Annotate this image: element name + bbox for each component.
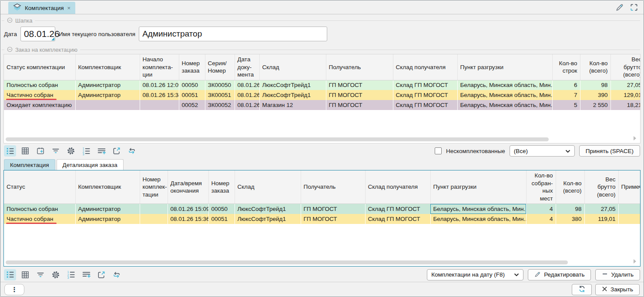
order-row-partially-assembled[interactable]: Частично собран Администратор 08.01.26 1… xyxy=(4,90,641,100)
header-form: Дата 08.01.26 Имя текущего пользователя … xyxy=(0,25,644,45)
scroll-right-arrow[interactable] xyxy=(634,136,636,140)
col-picker[interactable]: Комплектовщик xyxy=(75,170,140,204)
tab-picking[interactable]: Комплектация xyxy=(4,159,55,170)
col-warehouse[interactable]: Склад xyxy=(235,170,301,204)
document-tabstrip: Комплектация × xyxy=(0,0,644,14)
filter-icon[interactable] xyxy=(34,269,47,280)
edit-button[interactable]: Редактировать xyxy=(528,269,591,280)
cell-status[interactable]: Полностью собран xyxy=(4,80,75,90)
list-view-icon[interactable] xyxy=(4,145,16,157)
svg-text:3: 3 xyxy=(82,152,84,155)
order-section-label: Заказ на комплектацию xyxy=(0,46,644,54)
order-table-container: Статус комплектации Комплектовщик Начало… xyxy=(3,54,641,143)
add-row-icon[interactable] xyxy=(80,269,92,280)
col-receiver-warehouse[interactable]: Склад получателя xyxy=(365,170,430,204)
tab-close-icon[interactable]: × xyxy=(67,5,71,11)
col-assembled-places[interactable]: Кол-во собран- ных мест xyxy=(526,170,556,204)
col-picker[interactable]: Комплектовщик xyxy=(75,54,140,80)
col-picking-start[interactable]: Начало комплекта- ции xyxy=(140,54,179,80)
col-qty-total[interactable]: Кол-во (всего) xyxy=(556,170,584,204)
cell-status[interactable]: Полностью собран xyxy=(4,204,75,214)
layers-icon xyxy=(13,3,21,12)
col-line-count[interactable]: Кол-во строк xyxy=(552,54,580,80)
minus-icon xyxy=(602,271,608,278)
col-weight-total[interactable]: Вес брутто (всего) xyxy=(584,170,618,204)
tab-order-details[interactable]: Детализация заказа xyxy=(57,159,124,170)
cell-status[interactable]: Ожидает комплектацию xyxy=(4,100,75,110)
col-receiver[interactable]: Получатель xyxy=(301,170,365,204)
cell-status[interactable]: Частично собран xyxy=(4,214,75,224)
settings-gear-icon[interactable] xyxy=(65,145,77,157)
detail-tabstrip: Комплектация Детализация заказа xyxy=(0,158,644,170)
current-user-input[interactable]: Администратор xyxy=(139,27,327,41)
chevron-down-icon xyxy=(514,271,519,278)
close-button[interactable]: Закрыть xyxy=(595,284,640,295)
footer-bar: ⋮ Закрыть xyxy=(0,282,644,297)
col-status[interactable]: Статус xyxy=(4,170,75,204)
col-order-number[interactable]: Номер заказа xyxy=(208,170,235,204)
horizontal-scrollbar[interactable] xyxy=(6,260,568,264)
collapse-icon[interactable] xyxy=(7,47,13,53)
numbered-list-icon[interactable]: 123 xyxy=(65,269,77,280)
focused-cell[interactable]: Беларусь, Минская область, Мин... xyxy=(430,204,526,214)
picking-toolbar: 123 Комплектации на дату (F8) Редактиров… xyxy=(0,267,644,283)
grid-view-icon[interactable] xyxy=(19,269,31,280)
svg-text:3: 3 xyxy=(67,276,69,279)
delete-button[interactable]: Удалить xyxy=(595,269,640,280)
date-input[interactable]: 08.01.26 xyxy=(20,27,55,41)
filter-select[interactable]: (Все) xyxy=(510,145,575,157)
col-qty-total[interactable]: Кол-во (всего) xyxy=(580,54,610,80)
refresh-button[interactable] xyxy=(572,284,592,295)
col-weight-total[interactable]: Вес брутто (всего) xyxy=(610,54,641,80)
more-actions-button[interactable]: ⋮ xyxy=(4,284,24,295)
uncompleted-checkbox-label[interactable]: Нескомплектованные xyxy=(446,148,505,154)
picking-mode-select[interactable]: Комплектации на дату (F8) xyxy=(427,269,523,280)
picking-row-partially-assembled[interactable]: Частично собран Администратор 08.01.26 1… xyxy=(4,214,641,224)
tab-komplektacia[interactable]: Комплектация × xyxy=(8,2,75,14)
repeat-icon[interactable] xyxy=(126,145,138,157)
user-label: Имя текущего пользователя xyxy=(59,31,135,37)
open-external-icon[interactable] xyxy=(95,269,107,280)
picking-row-fully-assembled[interactable]: Полностью собран Администратор 08.01.26 … xyxy=(4,204,641,214)
app-window: Комплектация × Шапка Дата 08.01.26 Имя т… xyxy=(0,0,644,297)
edit-pencil-icon[interactable] xyxy=(615,3,624,13)
order-table: Статус комплектации Комплектовщик Начало… xyxy=(4,54,641,110)
cell-status[interactable]: Частично собран xyxy=(4,90,75,100)
filter-icon[interactable] xyxy=(50,145,62,157)
settings-gear-icon[interactable] xyxy=(50,269,62,280)
col-unload-point[interactable]: Пункт разгрузки xyxy=(430,170,526,204)
col-order-number[interactable]: Номер заказа xyxy=(179,54,205,80)
col-note[interactable]: Примечание xyxy=(618,170,641,204)
header-section-label: Шапка xyxy=(0,17,644,25)
col-receiver[interactable]: Получатель xyxy=(326,54,393,80)
col-warehouse[interactable]: Склад xyxy=(259,54,326,80)
uncompleted-checkbox[interactable] xyxy=(435,147,442,154)
col-finish-datetime[interactable]: Дата/время окончания xyxy=(168,170,208,204)
col-receiver-warehouse[interactable]: Склад получателя xyxy=(393,54,457,80)
col-status[interactable]: Статус комплектации xyxy=(4,54,75,80)
horizontal-scrollbar[interactable] xyxy=(6,137,549,141)
open-external-icon[interactable] xyxy=(111,145,123,157)
edit-pencil-icon xyxy=(534,271,541,279)
col-doc-date[interactable]: Дата доку- мента xyxy=(235,54,259,80)
col-unload-point[interactable]: Пункт разгрузки xyxy=(457,54,552,80)
order-toolbar: 123 Нескомплектованные (Все) Принять (SP… xyxy=(0,143,644,158)
calendar-add-icon[interactable] xyxy=(34,145,47,157)
add-row-icon[interactable] xyxy=(95,145,107,157)
scroll-right-arrow[interactable] xyxy=(634,259,636,264)
list-view-icon[interactable] xyxy=(4,269,16,280)
fullscreen-icon[interactable] xyxy=(630,3,638,13)
repeat-icon[interactable] xyxy=(111,269,123,280)
order-row-fully-assembled[interactable]: Полностью собран Администратор 08.01.26 … xyxy=(4,80,641,90)
grid-view-icon[interactable] xyxy=(19,145,31,157)
accept-button[interactable]: Принять (SPACE) xyxy=(579,145,640,157)
refresh-icon xyxy=(578,285,586,294)
order-table-header-row: Статус комплектации Комплектовщик Начало… xyxy=(4,54,641,80)
more-vertical-icon: ⋮ xyxy=(11,286,18,293)
order-row-awaiting-picking[interactable]: Ожидает комплектацию 00052 ЗК00052 08.01… xyxy=(4,100,641,110)
col-picking-number[interactable]: Номер комплек- тации xyxy=(140,170,168,204)
picking-table: Статус Комплектовщик Номер комплек- таци… xyxy=(4,170,641,224)
col-series-number[interactable]: Серия/ Номер xyxy=(205,54,235,80)
collapse-icon[interactable] xyxy=(7,17,13,24)
numbered-list-icon[interactable]: 123 xyxy=(80,145,92,157)
